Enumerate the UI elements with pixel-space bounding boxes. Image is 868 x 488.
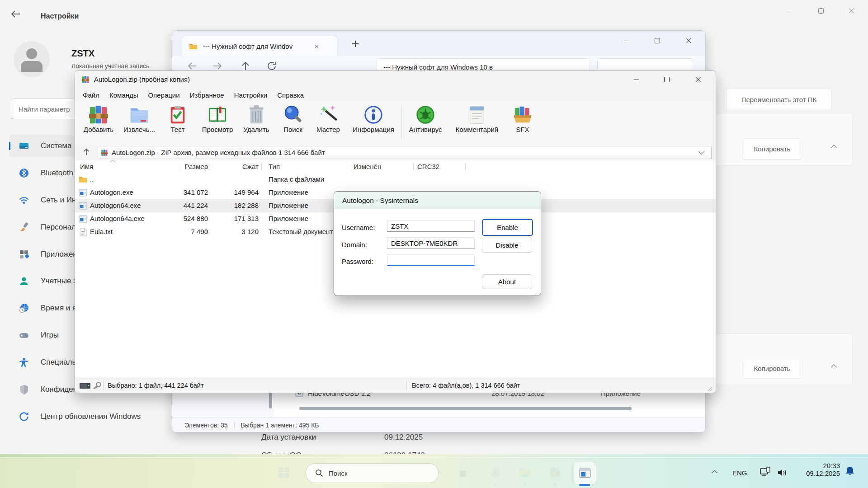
enable-button[interactable]: Enable [482, 219, 533, 236]
antivirus-icon [415, 104, 436, 125]
column-type[interactable]: Тип [269, 163, 280, 170]
column-size[interactable]: Размер [143, 163, 208, 170]
tab-title: --- Нужный софт для Windov [203, 42, 311, 50]
about-button[interactable]: About [482, 274, 532, 289]
copy-button-top[interactable]: Копировать [742, 138, 802, 160]
search-icon [315, 469, 323, 477]
taskbar-search-input[interactable]: Поиск [306, 463, 439, 483]
shield-icon [19, 385, 29, 394]
folder-icon [79, 175, 87, 184]
notification-bell-icon[interactable] [844, 466, 855, 477]
dialog-title: Autologon - Sysinternals [342, 197, 418, 205]
avatar [14, 41, 50, 77]
add-icon [88, 104, 109, 125]
language-indicator[interactable]: ENG [732, 469, 747, 477]
folder-icon [189, 43, 198, 50]
column-packed[interactable]: Сжат [213, 163, 259, 170]
account-type: Локальная учетная запись [71, 62, 150, 70]
password-field[interactable] [387, 254, 475, 266]
text-document-icon [79, 228, 87, 236]
toolbar-info-button[interactable]: Информация [348, 103, 399, 142]
domain-field[interactable]: DESKTOP-7ME0KDR [387, 237, 475, 249]
find-icon [283, 104, 303, 125]
settings-search-placeholder: Найти параметр [19, 105, 70, 113]
toolbar-comment-button[interactable]: Комментарий [449, 103, 505, 142]
toolbar-wizard-button[interactable]: Мастер [311, 103, 346, 142]
winrar-address-row: AutoLogon.zip - ZIP архив, размер исходн… [75, 144, 716, 160]
application-icon [79, 202, 87, 210]
nav-pane-scrollbar[interactable] [269, 392, 272, 408]
info-icon [363, 104, 384, 125]
winrar-menubar: Файл Команды Операции Избранное Настройк… [78, 88, 309, 102]
up-one-level-icon[interactable] [81, 147, 91, 157]
toolbar-add-button[interactable]: Добавить [78, 103, 119, 142]
column-crc32[interactable]: CRC32 [417, 163, 439, 170]
wizard-icon [318, 104, 339, 125]
toolbar-extract-button[interactable]: Извлечь... [119, 103, 160, 142]
winrar-minimize-button[interactable] [626, 72, 646, 87]
copy-button-bottom[interactable]: Копировать [742, 358, 802, 379]
domain-label: Domain: [342, 241, 367, 249]
menu-operations[interactable]: Операции [143, 91, 184, 99]
autologon-active-indicator [579, 484, 590, 486]
menu-options[interactable]: Настройки [229, 91, 273, 99]
explorer-minimize-button[interactable] [616, 33, 637, 48]
os-build-label: Сборка ОС [261, 451, 301, 454]
toolbar-delete-button[interactable]: Удалить [239, 103, 274, 142]
nav-back-icon[interactable] [187, 61, 198, 71]
explorer-tab[interactable]: --- Нужный софт для Windov [181, 36, 338, 56]
winrar-title: AutoLogon.zip (пробная копия) [94, 75, 190, 83]
time-language-icon [19, 303, 29, 313]
toolbar-test-button[interactable]: Тест [162, 103, 193, 142]
clock[interactable]: 20:33 09.12.2025 [786, 462, 840, 477]
column-name[interactable]: Имя [80, 163, 93, 170]
menu-commands[interactable]: Команды [104, 91, 143, 99]
taskbar-autologon-button[interactable] [574, 462, 596, 484]
sidebar-item-windows-update[interactable]: Центр обновления Windows [9, 406, 161, 427]
winrar-status-bar: Выбрано: 1 файл, 441 224 байт Всего: 4 ф… [75, 378, 716, 393]
resize-grip[interactable] [707, 386, 712, 392]
winrar-close-button[interactable] [688, 72, 709, 87]
winrar-maximize-button[interactable] [656, 72, 677, 87]
toolbar-view-button[interactable]: Просмотр [196, 103, 239, 142]
horizontal-scrollbar[interactable] [299, 407, 632, 410]
settings-close-button[interactable] [841, 4, 862, 18]
toolbar-find-button[interactable]: Поиск [275, 103, 311, 142]
settings-minimize-button[interactable] [779, 4, 800, 18]
column-modified[interactable]: Изменён [354, 163, 381, 170]
disable-button[interactable]: Disable [482, 238, 532, 253]
sfx-icon [512, 104, 533, 125]
nav-forward-icon[interactable] [212, 61, 223, 71]
tab-close-icon[interactable] [315, 44, 319, 49]
nav-up-icon[interactable] [240, 61, 251, 71]
rename-pc-button[interactable]: Переименовать этот ПК [726, 89, 832, 110]
sort-ascending-icon [110, 160, 115, 164]
archive-path-combobox[interactable]: AutoLogon.zip - ZIP архив, размер исходн… [98, 146, 712, 159]
install-date-label: Дата установки [261, 433, 316, 442]
person-icon [19, 276, 29, 286]
settings-maximize-button[interactable] [811, 4, 831, 18]
explorer-close-button[interactable] [679, 33, 699, 48]
username-field[interactable]: ZSTX [387, 220, 475, 232]
refresh-icon[interactable] [266, 61, 277, 71]
application-icon [79, 188, 87, 197]
network-icon[interactable] [760, 466, 771, 478]
menu-help[interactable]: Справка [272, 91, 309, 99]
selection-info: Выбран 1 элемент: 495 КБ [241, 422, 319, 429]
account-name: ZSTX [71, 48, 94, 59]
application-icon [79, 215, 87, 223]
toolbar-virus-scan-button[interactable]: Антивирус [404, 103, 447, 142]
combobox-chevron-icon[interactable] [698, 149, 704, 155]
menu-favorites[interactable]: Избранное [185, 91, 229, 99]
delete-icon [246, 104, 267, 125]
back-arrow-icon[interactable] [11, 10, 21, 18]
toolbar-sfx-button[interactable]: SFX [507, 103, 538, 142]
username-label: Username: [342, 224, 375, 231]
system-icon [19, 141, 29, 151]
explorer-maximize-button[interactable] [647, 33, 668, 48]
menu-file[interactable]: Файл [78, 91, 104, 99]
bluetooth-icon [19, 168, 29, 178]
file-row-up[interactable]: .. Папка с файлами [75, 173, 716, 186]
archive-path-text: AutoLogon.zip - ZIP архив, размер исходн… [112, 149, 325, 156]
gamepad-icon [19, 330, 29, 340]
